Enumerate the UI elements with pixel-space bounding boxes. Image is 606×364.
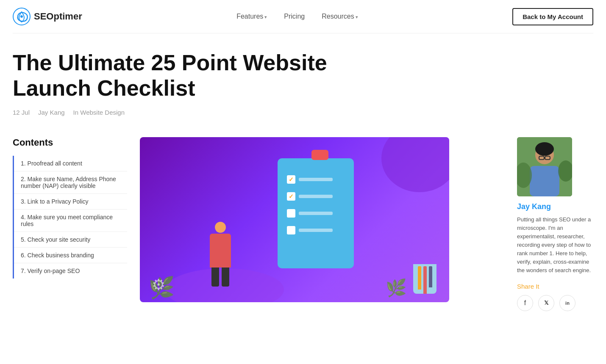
article-date: 12 Jul — [13, 109, 30, 116]
logo-icon — [13, 8, 31, 25]
toc-item-1[interactable]: 1. Proofread all content — [14, 156, 127, 171]
clipboard-illustration — [278, 150, 362, 268]
twitter-icon: 𝕏 — [544, 300, 548, 306]
pencil-1 — [418, 266, 421, 290]
author-sidebar: Jay Kang Putting all things SEO under a … — [517, 137, 593, 311]
toc-item-6[interactable]: 6. Check business branding — [14, 248, 127, 263]
person-body — [210, 234, 231, 267]
hero-image-container: 🌿 🌿 ⚙ — [140, 137, 504, 302]
toc-heading: Contents — [13, 137, 127, 148]
check-line-2 — [299, 195, 333, 198]
article-title: The Ultimate 25 Point Website Launch Che… — [13, 50, 352, 101]
features-chevron: ▾ — [264, 14, 267, 19]
checkbox-1 — [287, 175, 295, 184]
person-head — [215, 222, 226, 233]
check-item-4 — [287, 226, 333, 234]
toc-item-7[interactable]: 7. Verify on-page SEO — [14, 263, 127, 279]
tools-pencils — [413, 264, 436, 296]
toc-item-4[interactable]: 4. Make sure you meet compliance rules — [14, 210, 127, 232]
check-line-1 — [299, 178, 333, 181]
logo-text: SEOptimer — [34, 11, 82, 22]
facebook-share-button[interactable]: f — [517, 295, 533, 311]
content-area: Contents 1. Proofread all content 2. Mak… — [13, 124, 593, 324]
pencil-2 — [423, 266, 427, 294]
author-photo — [517, 137, 572, 196]
facebook-icon: f — [524, 299, 526, 307]
toc-item-3[interactable]: 3. Link to a Privacy Policy — [14, 194, 127, 210]
clipboard-body — [278, 158, 354, 268]
check-line-3 — [299, 212, 333, 215]
linkedin-icon: in — [565, 301, 570, 306]
resources-chevron: ▾ — [356, 14, 358, 19]
hero-seoptimer-logo: ⚙ — [152, 276, 165, 294]
clipboard-clip — [311, 150, 328, 160]
article-category: In Website Design — [73, 109, 125, 116]
article-meta: 12 Jul Jay Kang In Website Design — [13, 109, 593, 116]
toc-item-5[interactable]: 5. Check your site security — [14, 232, 127, 248]
check-item-2 — [287, 192, 333, 201]
check-item-1 — [287, 175, 333, 184]
toc-list: 1. Proofread all content 2. Make sure Na… — [13, 156, 127, 279]
main-nav: SEOptimer Features▾ Pricing Resources▾ B… — [13, 0, 593, 33]
pricing-link[interactable]: Pricing — [284, 13, 305, 20]
toc-item-2[interactable]: 2. Make sure Name, Address Phone number … — [14, 171, 127, 194]
nav-links: Features▾ Pricing Resources▾ — [236, 13, 358, 20]
back-to-account-button[interactable]: Back to My Account — [512, 8, 593, 25]
svg-point-1 — [20, 15, 23, 18]
table-of-contents: Contents 1. Proofread all content 2. Mak… — [13, 137, 127, 279]
hero-image: 🌿 🌿 ⚙ — [140, 137, 449, 302]
author-name: Jay Kang — [517, 202, 593, 211]
share-label: Share It — [517, 283, 593, 290]
person-leg-right — [222, 267, 229, 287]
resources-link[interactable]: Resources▾ — [322, 13, 358, 20]
svg-rect-4 — [530, 166, 559, 196]
person-illustration — [203, 222, 237, 290]
tools-cup — [413, 264, 436, 294]
nav-resources[interactable]: Resources▾ — [322, 13, 358, 20]
person-legs — [203, 267, 237, 287]
social-icons: f 𝕏 in — [517, 295, 593, 311]
nav-features[interactable]: Features▾ — [236, 13, 267, 20]
author-bio: Putting all things SEO under a microscop… — [517, 215, 593, 275]
check-item-3 — [287, 209, 333, 218]
logo[interactable]: SEOptimer — [13, 8, 82, 25]
author-avatar-svg — [517, 137, 572, 196]
pencil-3 — [429, 266, 432, 287]
check-line-4 — [299, 229, 333, 232]
linkedin-share-button[interactable]: in — [559, 295, 575, 311]
checkbox-2 — [287, 192, 295, 201]
article-author: Jay Kang — [38, 109, 65, 116]
checkbox-4 — [287, 226, 295, 234]
nav-pricing[interactable]: Pricing — [284, 13, 305, 20]
person-leg-left — [211, 267, 219, 287]
twitter-share-button[interactable]: 𝕏 — [538, 295, 554, 311]
svg-point-5 — [535, 142, 554, 156]
plant-right-decoration: 🌿 — [386, 278, 407, 298]
features-link[interactable]: Features▾ — [236, 13, 267, 20]
article-header: The Ultimate 25 Point Website Launch Che… — [13, 33, 593, 124]
checkbox-3 — [287, 209, 295, 218]
